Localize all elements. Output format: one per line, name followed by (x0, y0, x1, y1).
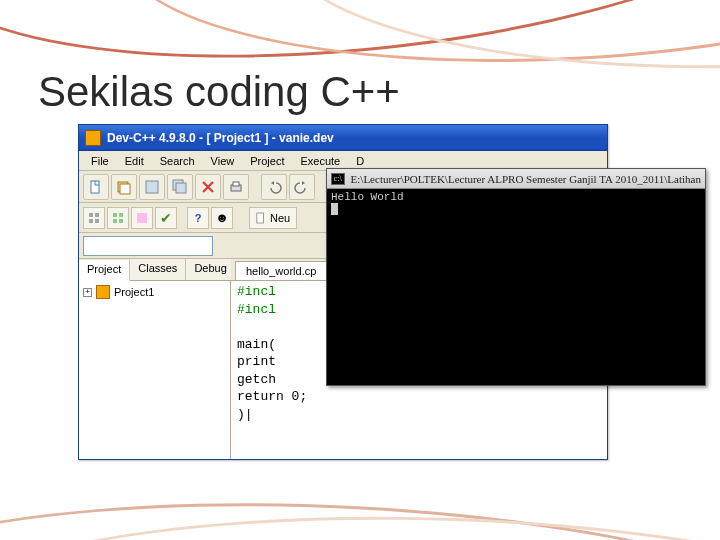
svg-rect-5 (176, 183, 186, 193)
app-icon (85, 130, 101, 146)
svg-rect-17 (257, 213, 264, 223)
compile-button[interactable] (83, 207, 105, 229)
code-line: main( (237, 337, 276, 352)
menu-project[interactable]: Project (242, 153, 292, 169)
console-window: c:\ E:\Lecturer\POLTEK\Lecturer ALPRO Se… (326, 168, 706, 386)
expand-icon[interactable]: + (83, 288, 92, 297)
class-selector[interactable] (83, 236, 213, 256)
slide-title: Sekilas coding C++ (38, 68, 400, 116)
svg-rect-14 (113, 219, 117, 223)
code-line: #incl (237, 284, 276, 299)
window-title: Dev-C++ 4.9.8.0 - [ Project1 ] - vanie.d… (107, 131, 334, 145)
console-line: Hello World (331, 191, 404, 203)
code-line: print (237, 354, 276, 369)
svg-rect-9 (95, 213, 99, 217)
undo-button[interactable] (261, 174, 287, 200)
code-line: )| (237, 407, 253, 422)
tab-classes[interactable]: Classes (130, 259, 186, 280)
side-panel: Project Classes Debug + Project1 (79, 259, 231, 459)
menu-search[interactable]: Search (152, 153, 203, 169)
menu-file[interactable]: File (83, 153, 117, 169)
new-dropdown-label: Neu (270, 212, 290, 224)
side-tabs: Project Classes Debug (79, 259, 230, 281)
svg-rect-8 (89, 213, 93, 217)
code-line: return 0; (237, 389, 307, 404)
menu-view[interactable]: View (203, 153, 243, 169)
project-name: Project1 (114, 286, 154, 298)
console-title-text: E:\Lecturer\POLTEK\Lecturer ALPRO Semest… (351, 173, 701, 185)
new-project-button[interactable] (111, 174, 137, 200)
print-button[interactable] (223, 174, 249, 200)
compile-run-button[interactable] (131, 207, 153, 229)
code-line: getch (237, 372, 276, 387)
project-tree[interactable]: + Project1 (79, 281, 230, 459)
tab-debug[interactable]: Debug (186, 259, 235, 280)
save-button[interactable] (139, 174, 165, 200)
menu-execute[interactable]: Execute (292, 153, 348, 169)
svg-rect-11 (95, 219, 99, 223)
close-button[interactable] (195, 174, 221, 200)
run-button[interactable] (107, 207, 129, 229)
titlebar[interactable]: Dev-C++ 4.9.8.0 - [ Project1 ] - vanie.d… (79, 125, 607, 151)
editor-tab-active[interactable]: hello_world.cp (235, 261, 327, 280)
new-dropdown-button[interactable]: Neu (249, 207, 297, 229)
check-button[interactable]: ✔ (155, 207, 177, 229)
svg-rect-13 (119, 213, 123, 217)
console-output[interactable]: Hello World (327, 189, 705, 385)
console-titlebar[interactable]: c:\ E:\Lecturer\POLTEK\Lecturer ALPRO Se… (327, 169, 705, 189)
svg-rect-3 (146, 181, 158, 193)
help-button[interactable]: ? (187, 207, 209, 229)
tree-root-item[interactable]: + Project1 (83, 285, 226, 299)
document-icon (256, 212, 266, 224)
save-all-button[interactable] (167, 174, 193, 200)
cursor-icon (331, 203, 338, 215)
redo-button[interactable] (289, 174, 315, 200)
code-line: #incl (237, 302, 276, 317)
svg-rect-7 (233, 182, 239, 186)
menu-truncated[interactable]: D (348, 153, 372, 169)
svg-rect-15 (119, 219, 123, 223)
tab-project[interactable]: Project (79, 260, 130, 281)
svg-rect-12 (113, 213, 117, 217)
project-icon (96, 285, 110, 299)
menu-edit[interactable]: Edit (117, 153, 152, 169)
svg-rect-16 (137, 213, 147, 223)
console-icon: c:\ (331, 173, 345, 185)
svg-rect-10 (89, 219, 93, 223)
svg-rect-2 (120, 184, 130, 194)
new-file-button[interactable] (83, 174, 109, 200)
about-button[interactable]: ☻ (211, 207, 233, 229)
